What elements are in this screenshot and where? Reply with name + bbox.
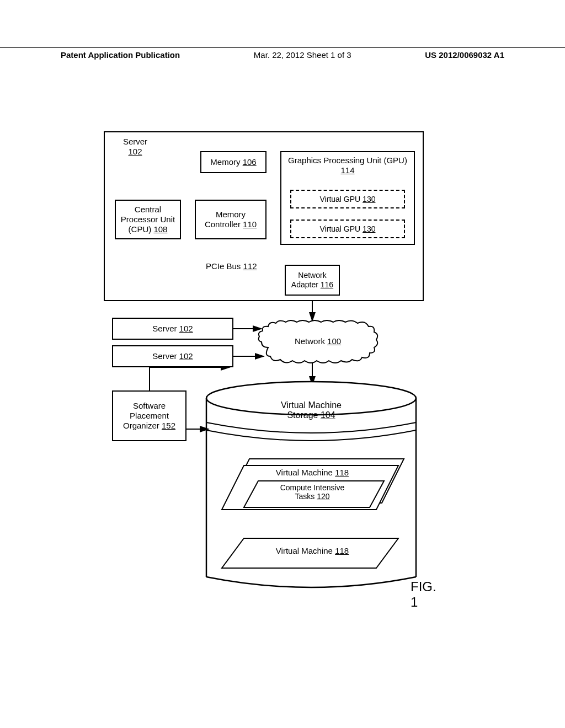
- figure-1-diagram: Server 102 Memory 106 Central Processor …: [93, 131, 435, 595]
- pcie-bus-label: PCIe Bus 112: [206, 261, 257, 271]
- figure-label: FIG. 1: [411, 579, 436, 610]
- virtual-gpu-1: Virtual GPU 130: [290, 190, 405, 208]
- compute-tasks-label: Compute Intensive Tasks 120: [218, 483, 406, 501]
- vm-1-label: Virtual Machine 118: [218, 468, 406, 477]
- server-2-block: Server 102: [112, 318, 233, 340]
- memory-controller-block: Memory Controller 110: [195, 200, 266, 239]
- header-right: US 2012/0069032 A1: [425, 50, 504, 60]
- server-title: Server 102: [116, 137, 154, 157]
- vm-card-stack: Virtual Machine 118 Compute Intensive Ta…: [218, 456, 406, 527]
- vm-card-2: Virtual Machine 118: [218, 535, 406, 574]
- storage-title: Virtual Machine Storage 104: [202, 400, 420, 420]
- network-label: Network 100: [257, 336, 379, 346]
- header-mid: Mar. 22, 2012 Sheet 1 of 3: [254, 50, 351, 60]
- cpu-block: Central Processor Unit (CPU) 108: [115, 200, 181, 239]
- header-left: Patent Application Publication: [61, 50, 180, 60]
- virtual-gpu-2: Virtual GPU 130: [290, 220, 405, 238]
- network-adapter-block: Network Adapter 116: [285, 265, 340, 296]
- memory-block: Memory 106: [200, 151, 266, 173]
- server-3-block: Server 102: [112, 345, 233, 367]
- page-header: Patent Application Publication Mar. 22, …: [0, 47, 565, 60]
- vm-2-label: Virtual Machine 118: [218, 546, 406, 555]
- vm-storage-cylinder: Virtual Machine Storage 104 Virtual Mach…: [202, 378, 420, 593]
- software-placement-organizer-block: Software Placement Organizer 152: [112, 390, 186, 441]
